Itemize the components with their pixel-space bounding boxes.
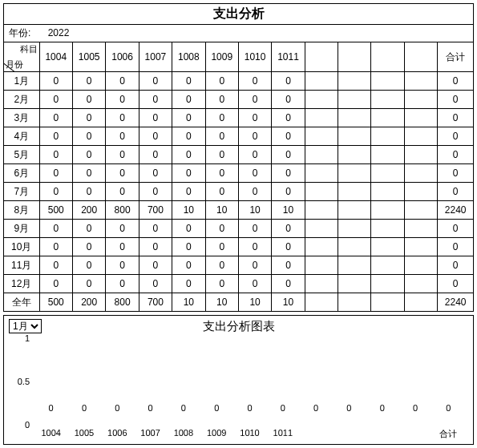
value-cell [338,164,371,183]
col-total-cell: 10 [205,293,238,312]
value-cell: 0 [172,109,205,127]
value-cell: 0 [272,238,305,256]
value-cell: 10 [238,201,271,220]
table-row: 8月500200800700101010102240 [4,201,474,220]
value-cell: 0 [72,146,105,164]
chart-plot: 00.5110040100501006010070100801009010100… [34,338,465,425]
value-cell [404,238,437,256]
header-row: 科目 月份 10041005100610071008100910101011合计 [4,42,474,72]
month-cell: 10月 [4,238,40,256]
month-cell: 11月 [4,256,40,275]
subject-header: 1006 [106,42,139,72]
page-title: 支出分析 [3,3,474,25]
value-cell: 0 [205,275,238,293]
row-total-cell: 0 [438,164,474,183]
value-cell [371,238,404,256]
month-select[interactable]: 1月 [9,319,42,333]
x-tick: 1007 [140,425,160,438]
value-cell: 0 [172,146,205,164]
data-label: 0 [380,403,385,413]
value-cell: 0 [139,127,172,146]
value-cell: 500 [39,201,72,220]
subject-header [305,42,338,72]
value-cell: 0 [39,256,72,275]
year-row: 年份: 2022 [3,25,474,42]
value-cell: 0 [205,238,238,256]
data-label: 0 [115,403,119,413]
value-cell: 0 [39,275,72,293]
value-cell [404,127,437,146]
value-cell: 0 [72,127,105,146]
value-cell: 0 [39,72,72,91]
value-cell: 0 [272,91,305,109]
subject-header [404,42,437,72]
year-total-label: 全年 [4,293,40,312]
value-cell: 0 [106,256,139,275]
value-cell [404,91,437,109]
value-cell: 0 [72,220,105,238]
col-total-cell [404,293,437,312]
value-cell [338,275,371,293]
value-cell: 0 [205,109,238,127]
value-cell [338,91,371,109]
x-tick: 1011 [273,425,293,438]
subject-header: 1005 [72,42,105,72]
table-row: 9月000000000 [4,220,474,238]
row-total-cell: 0 [438,183,474,201]
x-tick: 1008 [174,425,193,438]
year-value: 2022 [48,27,70,38]
value-cell: 800 [106,201,139,220]
value-cell: 0 [238,72,271,91]
value-cell [404,72,437,91]
value-cell: 0 [39,220,72,238]
month-cell: 1月 [4,72,40,91]
value-cell [305,238,338,256]
value-cell: 0 [272,127,305,146]
data-label: 0 [181,403,186,413]
value-cell [404,183,437,201]
value-cell [338,109,371,127]
value-cell [404,109,437,127]
value-cell: 0 [205,256,238,275]
row-total-cell: 0 [438,91,474,109]
table-row: 7月000000000 [4,183,474,201]
value-cell: 0 [238,146,271,164]
value-cell [305,164,338,183]
value-cell: 0 [72,109,105,127]
value-cell: 0 [139,183,172,201]
row-total-cell: 0 [438,256,474,275]
value-cell: 0 [72,275,105,293]
subject-header [371,42,404,72]
value-cell: 0 [238,109,271,127]
data-label: 0 [413,403,418,413]
table-row: 2月000000000 [4,91,474,109]
value-cell [338,201,371,220]
subject-header: 1007 [139,42,172,72]
chart-title: 支出分析图表 [4,316,473,334]
col-total-cell: 10 [238,293,271,312]
value-cell: 0 [172,238,205,256]
value-cell: 0 [172,164,205,183]
value-cell: 0 [238,238,271,256]
row-total-cell: 0 [438,72,474,91]
data-label: 0 [214,403,219,413]
value-cell: 0 [106,238,139,256]
month-cell: 8月 [4,201,40,220]
value-cell: 0 [139,256,172,275]
value-cell: 0 [39,109,72,127]
value-cell: 0 [272,72,305,91]
value-cell [305,275,338,293]
month-cell: 5月 [4,146,40,164]
value-cell [371,220,404,238]
value-cell: 0 [205,220,238,238]
value-cell: 200 [72,201,105,220]
value-cell [305,201,338,220]
value-cell [404,256,437,275]
data-label: 0 [247,403,252,413]
value-cell [371,201,404,220]
x-tick: 1005 [75,425,94,438]
y-tick: 0.5 [18,377,34,386]
x-tick: 1006 [107,425,127,438]
value-cell: 0 [238,220,271,238]
value-cell [404,146,437,164]
